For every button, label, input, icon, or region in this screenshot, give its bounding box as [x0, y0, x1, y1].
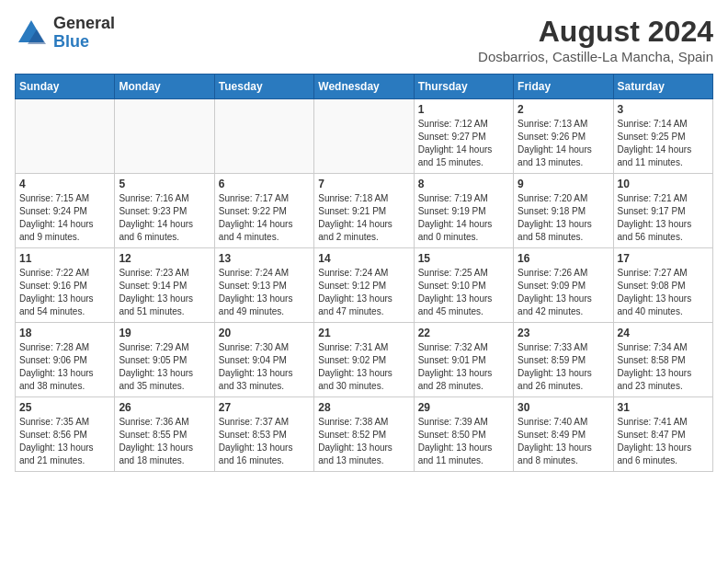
- day-info: Sunrise: 7:16 AM Sunset: 9:23 PM Dayligh…: [119, 192, 210, 244]
- day-number: 29: [418, 401, 509, 414]
- weekday-wednesday: Wednesday: [314, 75, 414, 99]
- title-block: August 2024 Dosbarrios, Castille-La Manc…: [478, 15, 713, 64]
- calendar-cell: 6Sunrise: 7:17 AM Sunset: 9:22 PM Daylig…: [214, 174, 313, 248]
- day-info: Sunrise: 7:27 AM Sunset: 9:08 PM Dayligh…: [618, 267, 709, 318]
- day-number: 12: [119, 252, 210, 265]
- day-info: Sunrise: 7:34 AM Sunset: 8:58 PM Dayligh…: [618, 341, 709, 393]
- day-info: Sunrise: 7:24 AM Sunset: 9:13 PM Dayligh…: [219, 267, 310, 318]
- day-info: Sunrise: 7:24 AM Sunset: 9:12 PM Dayligh…: [318, 267, 409, 318]
- day-info: Sunrise: 7:25 AM Sunset: 9:10 PM Dayligh…: [418, 267, 509, 318]
- calendar-cell: 26Sunrise: 7:36 AM Sunset: 8:55 PM Dayli…: [115, 397, 214, 472]
- day-number: 14: [318, 252, 409, 265]
- weekday-saturday: Saturday: [613, 75, 712, 99]
- calendar-week-5: 25Sunrise: 7:35 AM Sunset: 8:56 PM Dayli…: [16, 397, 713, 472]
- calendar-cell: 12Sunrise: 7:23 AM Sunset: 9:14 PM Dayli…: [115, 248, 214, 323]
- calendar-cell: 22Sunrise: 7:32 AM Sunset: 9:01 PM Dayli…: [414, 323, 513, 397]
- calendar-cell: 3Sunrise: 7:14 AM Sunset: 9:25 PM Daylig…: [613, 99, 712, 174]
- day-number: 28: [318, 401, 409, 414]
- calendar-cell: 14Sunrise: 7:24 AM Sunset: 9:12 PM Dayli…: [314, 248, 414, 323]
- calendar-cell: 20Sunrise: 7:30 AM Sunset: 9:04 PM Dayli…: [214, 323, 313, 397]
- calendar-cell: 13Sunrise: 7:24 AM Sunset: 9:13 PM Dayli…: [214, 248, 313, 323]
- calendar-cell: 8Sunrise: 7:19 AM Sunset: 9:19 PM Daylig…: [414, 174, 513, 248]
- day-info: Sunrise: 7:22 AM Sunset: 9:16 PM Dayligh…: [19, 267, 110, 318]
- day-info: Sunrise: 7:17 AM Sunset: 9:22 PM Dayligh…: [219, 192, 310, 244]
- day-number: 5: [119, 178, 210, 190]
- day-number: 21: [318, 327, 409, 339]
- calendar-week-3: 11Sunrise: 7:22 AM Sunset: 9:16 PM Dayli…: [16, 248, 713, 323]
- calendar-cell: [115, 99, 214, 174]
- calendar-week-4: 18Sunrise: 7:28 AM Sunset: 9:06 PM Dayli…: [16, 323, 713, 397]
- day-info: Sunrise: 7:41 AM Sunset: 8:47 PM Dayligh…: [618, 416, 709, 467]
- calendar-cell: 25Sunrise: 7:35 AM Sunset: 8:56 PM Dayli…: [16, 397, 115, 472]
- day-number: 4: [19, 178, 110, 190]
- calendar-cell: [16, 99, 115, 174]
- calendar-cell: 31Sunrise: 7:41 AM Sunset: 8:47 PM Dayli…: [613, 397, 712, 472]
- weekday-tuesday: Tuesday: [214, 75, 313, 99]
- day-info: Sunrise: 7:31 AM Sunset: 9:02 PM Dayligh…: [318, 341, 409, 393]
- logo: General Blue: [15, 15, 115, 52]
- location: Dosbarrios, Castille-La Mancha, Spain: [478, 49, 713, 64]
- day-number: 30: [518, 401, 609, 414]
- day-number: 17: [618, 252, 709, 265]
- day-info: Sunrise: 7:19 AM Sunset: 9:19 PM Dayligh…: [418, 192, 509, 244]
- day-info: Sunrise: 7:37 AM Sunset: 8:53 PM Dayligh…: [219, 416, 310, 467]
- day-info: Sunrise: 7:39 AM Sunset: 8:50 PM Dayligh…: [418, 416, 509, 467]
- logo-text: General Blue: [53, 15, 115, 52]
- calendar-body: 1Sunrise: 7:12 AM Sunset: 9:27 PM Daylig…: [16, 99, 713, 472]
- calendar-cell: 4Sunrise: 7:15 AM Sunset: 9:24 PM Daylig…: [16, 174, 115, 248]
- day-number: 20: [219, 327, 310, 339]
- day-number: 2: [518, 103, 609, 116]
- calendar-week-1: 1Sunrise: 7:12 AM Sunset: 9:27 PM Daylig…: [16, 99, 713, 174]
- calendar-cell: 21Sunrise: 7:31 AM Sunset: 9:02 PM Dayli…: [314, 323, 414, 397]
- day-info: Sunrise: 7:12 AM Sunset: 9:27 PM Dayligh…: [418, 118, 509, 169]
- day-number: 1: [418, 103, 509, 116]
- day-info: Sunrise: 7:14 AM Sunset: 9:25 PM Dayligh…: [618, 118, 709, 169]
- day-info: Sunrise: 7:23 AM Sunset: 9:14 PM Dayligh…: [119, 267, 210, 318]
- day-info: Sunrise: 7:38 AM Sunset: 8:52 PM Dayligh…: [318, 416, 409, 467]
- day-info: Sunrise: 7:40 AM Sunset: 8:49 PM Dayligh…: [518, 416, 609, 467]
- day-info: Sunrise: 7:35 AM Sunset: 8:56 PM Dayligh…: [19, 416, 110, 467]
- month-year: August 2024: [478, 15, 713, 49]
- day-info: Sunrise: 7:28 AM Sunset: 9:06 PM Dayligh…: [19, 341, 110, 393]
- calendar-cell: 5Sunrise: 7:16 AM Sunset: 9:23 PM Daylig…: [115, 174, 214, 248]
- day-info: Sunrise: 7:18 AM Sunset: 9:21 PM Dayligh…: [318, 192, 409, 244]
- day-info: Sunrise: 7:26 AM Sunset: 9:09 PM Dayligh…: [518, 267, 609, 318]
- calendar-cell: 29Sunrise: 7:39 AM Sunset: 8:50 PM Dayli…: [414, 397, 513, 472]
- calendar-cell: [214, 99, 313, 174]
- day-number: 13: [219, 252, 310, 265]
- page-header: General Blue August 2024 Dosbarrios, Cas…: [15, 15, 713, 64]
- calendar-cell: 2Sunrise: 7:13 AM Sunset: 9:26 PM Daylig…: [514, 99, 613, 174]
- calendar-cell: 7Sunrise: 7:18 AM Sunset: 9:21 PM Daylig…: [314, 174, 414, 248]
- day-info: Sunrise: 7:33 AM Sunset: 8:59 PM Dayligh…: [518, 341, 609, 393]
- calendar-cell: 28Sunrise: 7:38 AM Sunset: 8:52 PM Dayli…: [314, 397, 414, 472]
- day-number: 18: [19, 327, 110, 339]
- day-info: Sunrise: 7:29 AM Sunset: 9:05 PM Dayligh…: [119, 341, 210, 393]
- day-info: Sunrise: 7:15 AM Sunset: 9:24 PM Dayligh…: [19, 192, 110, 244]
- calendar-cell: 23Sunrise: 7:33 AM Sunset: 8:59 PM Dayli…: [514, 323, 613, 397]
- day-number: 15: [418, 252, 509, 265]
- day-number: 7: [318, 178, 409, 190]
- day-number: 22: [418, 327, 509, 339]
- day-number: 25: [19, 401, 110, 414]
- weekday-friday: Friday: [514, 75, 613, 99]
- day-number: 31: [618, 401, 709, 414]
- calendar-cell: 18Sunrise: 7:28 AM Sunset: 9:06 PM Dayli…: [16, 323, 115, 397]
- calendar-cell: 24Sunrise: 7:34 AM Sunset: 8:58 PM Dayli…: [613, 323, 712, 397]
- logo-blue: Blue: [53, 33, 115, 52]
- day-number: 6: [219, 178, 310, 190]
- day-info: Sunrise: 7:20 AM Sunset: 9:18 PM Dayligh…: [518, 192, 609, 244]
- day-number: 27: [219, 401, 310, 414]
- day-number: 10: [618, 178, 709, 190]
- day-info: Sunrise: 7:30 AM Sunset: 9:04 PM Dayligh…: [219, 341, 310, 393]
- calendar-cell: [314, 99, 414, 174]
- logo-icon: [15, 17, 48, 50]
- weekday-thursday: Thursday: [414, 75, 513, 99]
- weekday-header-row: SundayMondayTuesdayWednesdayThursdayFrid…: [16, 75, 713, 99]
- calendar-cell: 10Sunrise: 7:21 AM Sunset: 9:17 PM Dayli…: [613, 174, 712, 248]
- day-info: Sunrise: 7:32 AM Sunset: 9:01 PM Dayligh…: [418, 341, 509, 393]
- weekday-sunday: Sunday: [16, 75, 115, 99]
- day-number: 8: [418, 178, 509, 190]
- calendar-cell: 11Sunrise: 7:22 AM Sunset: 9:16 PM Dayli…: [16, 248, 115, 323]
- calendar-cell: 9Sunrise: 7:20 AM Sunset: 9:18 PM Daylig…: [514, 174, 613, 248]
- calendar-cell: 30Sunrise: 7:40 AM Sunset: 8:49 PM Dayli…: [514, 397, 613, 472]
